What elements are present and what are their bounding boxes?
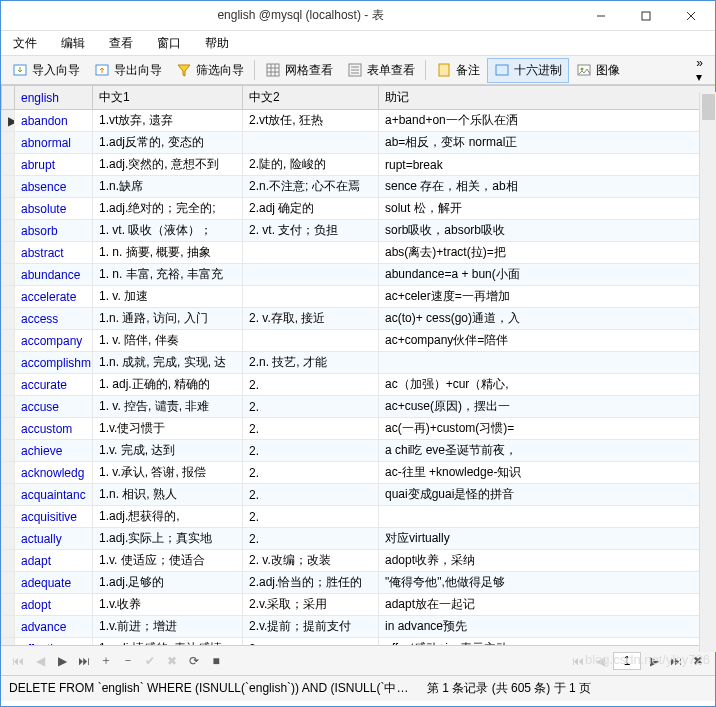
nav-refresh-button[interactable]: ⟳ (185, 652, 203, 670)
col-english[interactable]: english (15, 86, 93, 110)
cell[interactable]: acknowledg (15, 462, 93, 484)
cell[interactable]: 1.v.使习惯于 (93, 418, 243, 440)
cell[interactable]: 1.adj反常的, 变态的 (93, 132, 243, 154)
cell[interactable]: acquisitive (15, 506, 93, 528)
toolbar-overflow-button[interactable]: »▾ (688, 56, 711, 84)
cell[interactable]: abrupt (15, 154, 93, 176)
cell[interactable] (243, 264, 379, 286)
table-row[interactable]: acknowledg1. v.承认, 答谢, 报偿2.ac-往里 +knowle… (2, 462, 716, 484)
cell[interactable]: ac(to)+ cess(go)通道，入 (379, 308, 716, 330)
cell[interactable]: ac-往里 +knowledge-知识 (379, 462, 716, 484)
table-row[interactable]: accomplishm1.n. 成就, 完成, 实现, 达2.n. 技艺, 才能 (2, 352, 716, 374)
cell[interactable]: 1.n. 相识, 熟人 (93, 484, 243, 506)
filter-wizard-button[interactable]: 筛选向导 (169, 58, 251, 83)
cell[interactable]: rupt=break (379, 154, 716, 176)
cell[interactable]: advance (15, 616, 93, 638)
cell[interactable]: 2. v.改编；改装 (243, 550, 379, 572)
cell[interactable]: sence 存在，相关，ab相 (379, 176, 716, 198)
cell[interactable]: abnormal (15, 132, 93, 154)
cell[interactable]: 2. (243, 440, 379, 462)
minimize-button[interactable] (578, 3, 623, 29)
cell[interactable]: 1. v. 陪伴, 伴奏 (93, 330, 243, 352)
cell[interactable]: 1.n. 通路, 访问, 入门 (93, 308, 243, 330)
table-row[interactable]: actually1.adj.实际上；真实地2.对应virtually (2, 528, 716, 550)
cell[interactable]: solut 松，解开 (379, 198, 716, 220)
table-row[interactable]: accurate1. adj.正确的, 精确的2.ac（加强）+cur（精心, (2, 374, 716, 396)
table-row[interactable]: accustom1.v.使习惯于2.ac(一再)+custom(习惯)= (2, 418, 716, 440)
data-grid[interactable]: english 中文1 中文2 助记 ▶abandon1.vt放弃, 遗弃2.v… (1, 85, 715, 645)
cell[interactable]: 对应virtually (379, 528, 716, 550)
table-row[interactable]: absorb1. vt. 吸收（液体）；2. vt. 支付；负担sorb吸收，a… (2, 220, 716, 242)
cell[interactable]: 1.adj.想获得的, (93, 506, 243, 528)
page-next-button[interactable]: ▶ (645, 652, 663, 670)
table-row[interactable]: access1.n. 通路, 访问, 入门2. v.存取, 接近ac(to)+ … (2, 308, 716, 330)
cell[interactable]: 1. n. 摘要, 概要, 抽象 (93, 242, 243, 264)
cell[interactable]: 1.v. 使适应；使适合 (93, 550, 243, 572)
cell[interactable]: abs(离去)+tract(拉)=把 (379, 242, 716, 264)
menu-file[interactable]: 文件 (9, 33, 41, 54)
nav-first-button[interactable]: ⏮ (9, 652, 27, 670)
cell[interactable]: absorb (15, 220, 93, 242)
cell[interactable]: affective (15, 638, 93, 646)
cell[interactable]: 2. v.存取, 接近 (243, 308, 379, 330)
table-row[interactable]: absolute1.adj.绝对的；完全的;2.adj 确定的solut 松，解… (2, 198, 716, 220)
nav-cancel-button[interactable]: ✖ (163, 652, 181, 670)
cell[interactable]: 2. (243, 638, 379, 646)
cell[interactable]: quai变成guai是怪的拼音 (379, 484, 716, 506)
cell[interactable]: 1.v.前进；增进 (93, 616, 243, 638)
cell[interactable]: acquaintanc (15, 484, 93, 506)
table-row[interactable]: acquaintanc1.n. 相识, 熟人2.quai变成guai是怪的拼音 (2, 484, 716, 506)
close-button[interactable] (668, 3, 713, 29)
cell[interactable]: 1.n.缺席 (93, 176, 243, 198)
cell[interactable]: ac+celer速度=一再增加 (379, 286, 716, 308)
menu-help[interactable]: 帮助 (201, 33, 233, 54)
image-button[interactable]: 图像 (569, 58, 627, 83)
cell[interactable]: adopt收养，采纳 (379, 550, 716, 572)
cell[interactable]: achieve (15, 440, 93, 462)
cell[interactable]: affect感动+ive表示主动 (379, 638, 716, 646)
cell[interactable]: sorb吸收，absorb吸收 (379, 220, 716, 242)
scrollbar-thumb[interactable] (702, 94, 715, 120)
cell[interactable] (243, 286, 379, 308)
grid-view-button[interactable]: 网格查看 (258, 58, 340, 83)
settings-icon[interactable]: ✖ (689, 652, 707, 670)
table-row[interactable]: acquisitive1.adj.想获得的,2. (2, 506, 716, 528)
cell[interactable]: ac(一再)+custom(习惯)= (379, 418, 716, 440)
cell[interactable]: 1. v.承认, 答谢, 报偿 (93, 462, 243, 484)
menu-window[interactable]: 窗口 (153, 33, 185, 54)
table-row[interactable]: adapt1.v. 使适应；使适合2. v.改编；改装adopt收养，采纳 (2, 550, 716, 572)
cell[interactable]: abstract (15, 242, 93, 264)
nav-add-button[interactable]: ＋ (97, 652, 115, 670)
cell[interactable]: 2. (243, 484, 379, 506)
cell[interactable]: 1. adj 情感的, 表达感情 (93, 638, 243, 646)
cell[interactable]: adequate (15, 572, 93, 594)
cell[interactable]: 1.adj.突然的, 意想不到 (93, 154, 243, 176)
cell[interactable]: actually (15, 528, 93, 550)
cell[interactable] (243, 132, 379, 154)
table-row[interactable]: ▶abandon1.vt放弃, 遗弃2.vt放任, 狂热a+band+on一个乐… (2, 110, 716, 132)
cell[interactable]: 2.n. 技艺, 才能 (243, 352, 379, 374)
cell[interactable]: accomplishm (15, 352, 93, 374)
nav-delete-button[interactable]: － (119, 652, 137, 670)
table-row[interactable]: accuse1. v. 控告, 谴责, 非难2.ac+cuse(原因)，摆出一 (2, 396, 716, 418)
table-row[interactable]: absence1.n.缺席2.n.不注意; 心不在焉sence 存在，相关，ab… (2, 176, 716, 198)
nav-commit-button[interactable]: ✔ (141, 652, 159, 670)
export-wizard-button[interactable]: 导出向导 (87, 58, 169, 83)
cell[interactable]: abundance=a + bun(小面 (379, 264, 716, 286)
cell[interactable]: 2.adj 确定的 (243, 198, 379, 220)
cell[interactable]: adapt放在一起记 (379, 594, 716, 616)
cell[interactable]: 2.陡的, 险峻的 (243, 154, 379, 176)
cell[interactable]: 2. (243, 506, 379, 528)
table-row[interactable]: abnormal1.adj反常的, 变态的ab=相反，变坏 normal正 (2, 132, 716, 154)
cell[interactable]: 1. adj.正确的, 精确的 (93, 374, 243, 396)
cell[interactable]: accustom (15, 418, 93, 440)
col-cn1[interactable]: 中文1 (93, 86, 243, 110)
cell[interactable]: 1.adj.实际上；真实地 (93, 528, 243, 550)
cell[interactable] (243, 242, 379, 264)
cell[interactable]: ac+company伙伴=陪伴 (379, 330, 716, 352)
cell[interactable]: a chi吃 eve圣诞节前夜， (379, 440, 716, 462)
page-first-button[interactable]: ⏮ (569, 652, 587, 670)
table-row[interactable]: accompany1. v. 陪伴, 伴奏ac+company伙伴=陪伴 (2, 330, 716, 352)
table-row[interactable]: abrupt1.adj.突然的, 意想不到2.陡的, 险峻的rupt=break (2, 154, 716, 176)
cell[interactable]: in advance预先 (379, 616, 716, 638)
